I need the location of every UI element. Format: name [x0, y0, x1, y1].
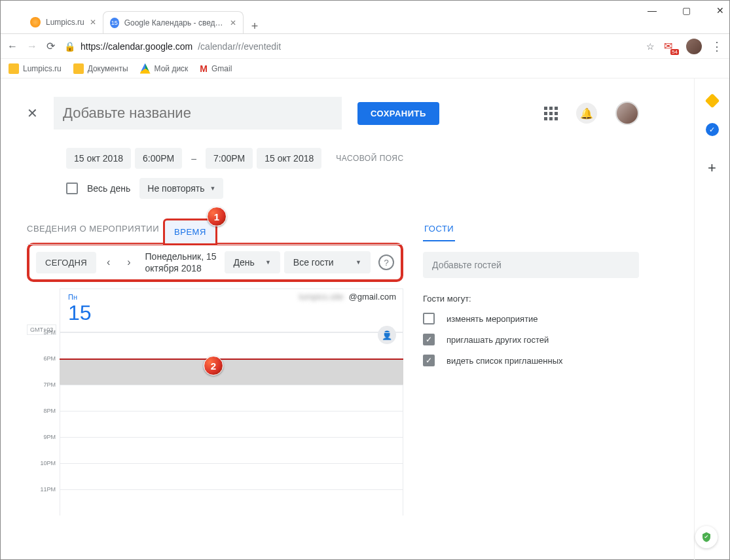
bookmark[interactable]: Документы: [73, 63, 128, 74]
gmail-badge: 54: [670, 49, 679, 55]
time-slot[interactable]: [60, 385, 403, 411]
repeat-select[interactable]: Не повторять ▼: [139, 178, 223, 199]
address-bar[interactable]: 🔒 https://calendar.google.com/calendar/r…: [64, 41, 655, 52]
account-avatar[interactable]: [615, 101, 639, 125]
favicon: [30, 17, 41, 27]
today-button[interactable]: СЕГОДНЯ: [36, 252, 96, 273]
save-button[interactable]: СОХРАНИТЬ: [357, 102, 439, 125]
day-number: 15: [68, 301, 395, 325]
event-block[interactable]: [60, 359, 403, 385]
time-label: 7PM: [27, 381, 60, 408]
maximize-btn[interactable]: ▢: [682, 7, 690, 14]
url-path: /calendar/r/eventedit: [198, 41, 281, 52]
schedule-view: GMT+03 Пн 15 lumpics.site@gmail.com 👤 5P…: [27, 289, 403, 516]
bookmark-label: Мой диск: [155, 64, 189, 73]
drive-icon: [140, 63, 151, 74]
perm-invite-checkbox[interactable]: ✓: [423, 334, 435, 345]
time-label: 11PM: [27, 486, 60, 512]
end-date[interactable]: 15 окт 2018: [257, 148, 321, 169]
shield-badge[interactable]: [695, 526, 718, 548]
event-header: ✕ СОХРАНИТЬ 🔔: [27, 97, 639, 130]
time-label: 8PM: [27, 408, 60, 434]
tasks-icon[interactable]: ✓: [706, 123, 719, 136]
tab-details[interactable]: СВЕДЕНИЯ О МЕРОПРИЯТИИ: [27, 217, 159, 244]
profile-avatar[interactable]: [686, 39, 702, 54]
folder-icon: [73, 63, 84, 74]
time-label: 6PM: [27, 355, 60, 381]
repeat-label: Не повторять: [147, 183, 204, 194]
bookmark[interactable]: Lumpics.ru: [9, 63, 62, 74]
tab-title: Lumpics.ru: [46, 18, 84, 27]
apps-icon[interactable]: [544, 107, 558, 120]
gmail-extension-icon[interactable]: ✉ 54: [664, 40, 677, 53]
time-slot[interactable]: [60, 332, 403, 359]
time-slot[interactable]: [60, 489, 403, 516]
bookmark[interactable]: MGmail: [200, 63, 232, 74]
help-icon[interactable]: ?: [378, 254, 394, 270]
bookmark-label: Документы: [88, 64, 128, 73]
minimize-btn[interactable]: —: [648, 7, 656, 14]
browser-tab[interactable]: Lumpics.ru ✕: [24, 11, 103, 33]
menu-icon[interactable]: ⋮: [711, 39, 723, 54]
time-label: 5PM: [27, 329, 60, 355]
end-time[interactable]: 7:00PM: [206, 148, 253, 169]
side-panel: ✓ +: [694, 79, 729, 560]
perm-modify-checkbox[interactable]: [423, 313, 435, 324]
time-grid: 5PM 6PM 2 7PM 8PM 9PM 10PM 11PM: [27, 332, 403, 516]
guests-tab-label: ГОСТИ: [423, 217, 455, 241]
chevron-down-icon: ▼: [210, 185, 216, 192]
bookmark-label: Gmail: [211, 64, 232, 73]
time-slot[interactable]: [60, 463, 403, 489]
browser-tab-active[interactable]: 15 Google Календарь - сведения о ✕: [103, 11, 244, 33]
new-tab-button[interactable]: +: [244, 20, 266, 33]
perm-label: видеть список приглашенных: [447, 356, 563, 366]
gmail-icon: M: [200, 63, 208, 74]
guest-permissions: Гости могут: изменять мероприятие ✓пригл…: [423, 294, 639, 366]
prev-icon[interactable]: ‹: [100, 253, 117, 272]
allday-checkbox[interactable]: [66, 183, 78, 194]
attendee-blur: lumpics.site: [299, 292, 344, 302]
close-window-btn[interactable]: ✕: [716, 7, 724, 14]
addons-plus-icon[interactable]: +: [708, 160, 716, 177]
time-slot[interactable]: [60, 411, 403, 437]
tab-title: Google Календарь - сведения о: [124, 18, 225, 27]
close-icon[interactable]: ✕: [230, 18, 236, 27]
view-label: День: [234, 257, 255, 268]
time-label: 10PM: [27, 460, 60, 486]
close-icon[interactable]: ✕: [90, 18, 96, 27]
url-host: https://calendar.google.com: [81, 41, 192, 52]
forward-icon[interactable]: →: [27, 41, 37, 52]
allday-label: Весь день: [87, 183, 130, 194]
bookmarks-bar: Lumpics.ru Документы Мой диск MGmail: [1, 59, 729, 79]
timezone-link[interactable]: ЧАСОВОЙ ПОЯС: [336, 154, 403, 163]
attendee-domain: @gmail.com: [349, 292, 396, 302]
perm-label: изменять мероприятие: [447, 314, 538, 324]
schedule-toolbar: СЕГОДНЯ ‹ › Понедельник, 15 октября 2018…: [27, 243, 403, 282]
event-title-input[interactable]: [54, 97, 342, 130]
notifications-icon[interactable]: 🔔: [576, 103, 597, 124]
perm-label: приглашать других гостей: [447, 335, 549, 345]
back-icon[interactable]: ←: [7, 41, 18, 52]
bookmark-star-icon[interactable]: ☆: [646, 41, 655, 52]
attendee-header: lumpics.site@gmail.com: [299, 292, 396, 302]
day-header: Пн 15 lumpics.site@gmail.com 👤: [60, 289, 403, 332]
guest-filter-select[interactable]: Все гости ▼: [284, 251, 371, 273]
view-select[interactable]: День ▼: [225, 251, 280, 273]
perms-title: Гости могут:: [423, 294, 639, 304]
close-icon[interactable]: ✕: [27, 105, 38, 121]
time-slot[interactable]: [60, 437, 403, 463]
shield-icon: [701, 531, 712, 543]
add-guests-input[interactable]: Добавьте гостей: [423, 252, 639, 278]
reload-icon[interactable]: ⟳: [46, 40, 55, 52]
bookmark-label: Lumpics.ru: [23, 64, 62, 73]
datetime-row: 15 окт 2018 6:00PM – 7:00PM 15 окт 2018 …: [66, 148, 639, 169]
keep-icon[interactable]: [704, 94, 720, 109]
lock-icon: 🔒: [64, 41, 75, 52]
next-icon[interactable]: ›: [120, 253, 137, 272]
start-date[interactable]: 15 окт 2018: [66, 148, 131, 169]
perm-seelist-checkbox[interactable]: ✓: [423, 355, 435, 366]
start-time[interactable]: 6:00PM: [135, 148, 182, 169]
guests-tab[interactable]: ГОСТИ: [423, 217, 639, 241]
options-row: Весь день Не повторять ▼: [66, 178, 639, 199]
bookmark[interactable]: Мой диск: [140, 63, 189, 74]
